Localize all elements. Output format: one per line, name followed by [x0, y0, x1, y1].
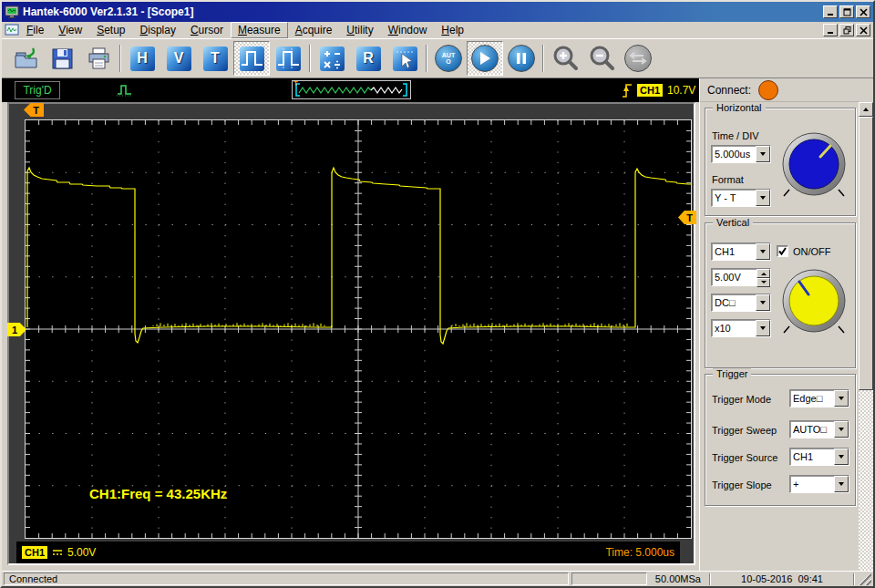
cursor-pointer-button[interactable] — [386, 41, 423, 76]
spin-down-button[interactable] — [757, 278, 770, 287]
dropdown-button[interactable] — [834, 476, 849, 492]
channel-readout-strip: CH1 5.00V Time: 5.000us — [16, 542, 680, 563]
pulse-mode-icon — [117, 83, 133, 98]
minimize-button[interactable] — [823, 5, 838, 18]
preview-trigger-marker[interactable]: T — [293, 79, 298, 88]
scope-column: Trig'D T — [2, 78, 699, 571]
dropdown-button[interactable] — [756, 320, 770, 336]
connect-row: Connect: — [700, 78, 860, 102]
format-select[interactable]: Y - T — [711, 189, 771, 207]
open-icon — [14, 46, 38, 71]
save-button[interactable] — [44, 41, 80, 76]
probe-select[interactable]: x10 — [711, 319, 771, 337]
print-button[interactable] — [80, 41, 117, 76]
chevron-down-icon — [760, 196, 766, 202]
dropdown-button[interactable] — [834, 390, 849, 407]
scroll-up-button[interactable] — [859, 102, 873, 117]
measure-pulse-button[interactable] — [233, 41, 270, 76]
auto-setup-button[interactable]: AUTO — [430, 41, 467, 76]
waveform-preview[interactable]: T — [292, 80, 411, 99]
zoom-out-icon — [588, 45, 615, 72]
toolbar: H V T — [2, 38, 873, 78]
scope-trace — [26, 120, 691, 538]
scope-display: T 1 T CH1:Freq = 43.25KHz CH1 5.00V Time… — [7, 102, 695, 565]
math-button[interactable] — [314, 41, 350, 76]
trigger-time-marker[interactable]: T — [24, 103, 44, 117]
menu-cursor[interactable]: Cursor — [183, 22, 231, 38]
scrollbar-thumb[interactable] — [859, 117, 873, 390]
onoff-checkbox[interactable] — [777, 245, 788, 257]
trigger-level-value: 10.7V — [667, 84, 695, 97]
trigger-slope-select[interactable]: + — [789, 475, 849, 493]
pulse-icon — [240, 46, 264, 71]
resize-grip[interactable] — [858, 573, 871, 585]
auto-icon: AUTO — [435, 45, 462, 72]
dropdown-button[interactable] — [834, 421, 849, 438]
window-title: Hantek-6000 Ver2.1.31 - [Scope1] — [23, 5, 821, 18]
child-close-button[interactable] — [856, 24, 870, 36]
connect-indicator[interactable] — [758, 80, 778, 100]
menu-window[interactable]: Window — [381, 22, 435, 38]
scope-grid — [25, 119, 692, 539]
horizontal-panel-button[interactable]: H — [124, 41, 160, 76]
trigger-mode-select[interactable]: Edge□ — [789, 389, 849, 407]
main-content: Trig'D T — [2, 78, 873, 571]
menu-view[interactable]: View — [51, 22, 89, 38]
menu-acquire[interactable]: Acquire — [288, 22, 340, 38]
frequency-measurement: CH1:Freq = 43.25KHz — [89, 486, 227, 501]
dropdown-button[interactable] — [756, 146, 770, 162]
open-button[interactable] — [7, 41, 44, 76]
coupling-select[interactable]: DC□ — [711, 294, 771, 312]
horizontal-group-title: Horizontal — [713, 102, 766, 113]
vertical-position-knob[interactable] — [778, 265, 849, 336]
minimize-icon — [827, 26, 835, 35]
cursor-measure-button[interactable] — [270, 41, 306, 76]
play-icon — [471, 45, 499, 72]
channel-select[interactable]: CH1 — [711, 242, 771, 261]
zoom-in-button[interactable] — [547, 41, 583, 76]
trigger-source-select[interactable]: CH1 — [789, 448, 849, 466]
dropdown-button[interactable] — [756, 294, 770, 311]
vertical-group: Vertical CH1 ON/OFF 5.00V — [705, 222, 856, 368]
pause-button[interactable] — [503, 41, 540, 76]
panel-scrollbar[interactable] — [859, 102, 873, 571]
trigger-mode-label: Trigger Mode — [712, 394, 771, 405]
zoom-out-button[interactable] — [583, 41, 620, 76]
run-button[interactable] — [467, 41, 503, 76]
reference-button[interactable]: R — [350, 41, 386, 76]
menu-measure[interactable]: Measure — [231, 22, 288, 38]
trigger-sweep-select[interactable]: AUTO□ — [789, 420, 849, 438]
close-button[interactable] — [856, 5, 870, 18]
volts-div-spinner[interactable]: 5.00V — [711, 268, 771, 286]
maximize-icon — [843, 8, 851, 16]
channel1-level-marker[interactable]: 1 — [7, 323, 26, 336]
acquisition-status-row: Trig'D T — [2, 78, 699, 102]
menu-display[interactable]: Display — [133, 22, 183, 38]
toolbar-separator — [309, 45, 311, 72]
trigger-group-title: Trigger — [713, 368, 751, 379]
dropdown-button[interactable] — [756, 190, 770, 206]
transfer-button[interactable] — [620, 41, 656, 76]
child-restore-button[interactable] — [839, 24, 854, 36]
trigger-sweep-label: Trigger Sweep — [712, 425, 777, 436]
rising-edge-icon — [622, 82, 633, 98]
dropdown-button[interactable] — [834, 449, 849, 465]
spin-up-button[interactable] — [757, 269, 770, 278]
menu-bar: File View Setup Display Cursor Measure A… — [2, 22, 873, 38]
menu-setup[interactable]: Setup — [89, 22, 132, 38]
maximize-button[interactable] — [839, 5, 854, 18]
time-div-select[interactable]: 5.000us — [711, 145, 771, 163]
menu-file[interactable]: File — [19, 22, 51, 38]
trigger-panel-button[interactable]: T — [197, 41, 233, 76]
child-minimize-button[interactable] — [823, 24, 838, 36]
pulse-cursors-icon — [276, 46, 301, 71]
dropdown-button[interactable] — [756, 243, 770, 260]
datetime: 10-05-2016 09:41 — [714, 573, 850, 585]
connection-status: Connected — [4, 573, 569, 585]
progress-field — [571, 573, 647, 585]
menu-help[interactable]: Help — [434, 22, 471, 38]
document-icon[interactable] — [5, 24, 19, 36]
menu-utility[interactable]: Utility — [339, 22, 380, 38]
vertical-panel-button[interactable]: V — [160, 41, 197, 76]
horizontal-position-knob[interactable] — [778, 129, 849, 200]
